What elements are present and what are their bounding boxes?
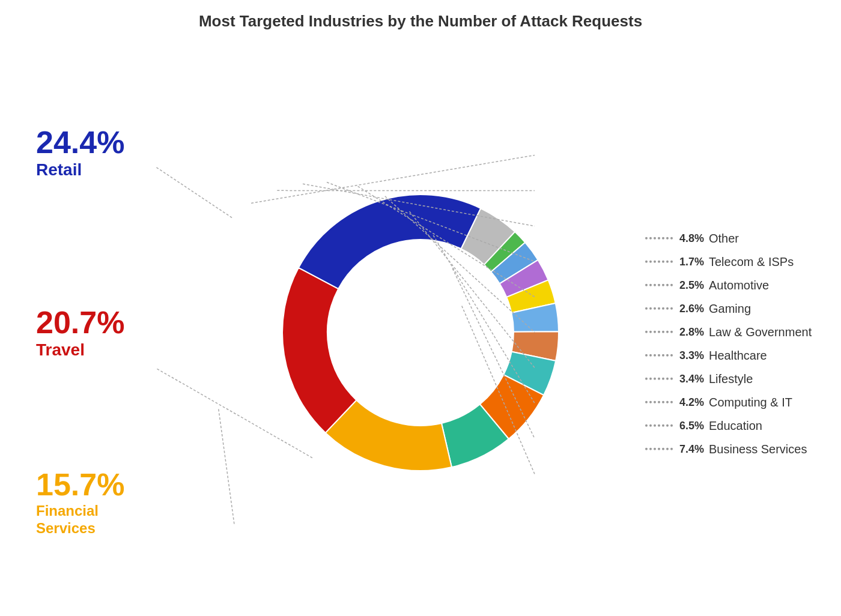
legend-item: 2.5%Automotive (645, 278, 829, 292)
legend-label: Computing & IT (709, 395, 829, 409)
legend-item: 7.4%Business Services (645, 442, 829, 456)
financial-label: 15.7% FinancialServices (36, 469, 124, 537)
legend-pct: 2.8% (678, 325, 704, 338)
legend-label: Education (709, 418, 829, 432)
donut-chart (234, 146, 607, 519)
legend-label: Automotive (709, 278, 829, 292)
legend-item: 2.6%Gaming (645, 301, 829, 315)
retail-label: 24.4% Retail (36, 127, 124, 180)
chart-container: Most Targeted Industries by the Number o… (0, 0, 841, 616)
travel-label: 20.7% Travel (36, 307, 124, 360)
retail-name: Retail (36, 160, 124, 180)
travel-pct: 20.7% (36, 307, 124, 338)
legend-pct: 1.7% (678, 255, 704, 268)
legend-item: 4.8%Other (645, 231, 829, 245)
legend-pct: 4.8% (678, 232, 704, 244)
legend-label: Lifestyle (709, 372, 829, 385)
legend-item: 1.7%Telecom & ISPs (645, 255, 829, 268)
legend-item: 2.8%Law & Government (645, 325, 829, 339)
travel-name: Travel (36, 340, 124, 360)
legend-item: 3.4%Lifestyle (645, 372, 829, 385)
legend-label: Healthcare (709, 348, 829, 362)
retail-pct: 24.4% (36, 127, 124, 158)
legend-pct: 3.3% (678, 349, 704, 361)
legend-label: Other (709, 231, 829, 245)
legend-label: Gaming (709, 301, 829, 315)
chart-body: 24.4% Retail 20.7% Travel 15.7% Financia… (0, 49, 841, 616)
legend-pct: 6.5% (678, 419, 704, 432)
chart-title: Most Targeted Industries by the Number o… (199, 12, 642, 31)
svg-line-11 (156, 168, 232, 218)
legend-label: Law & Government (709, 325, 829, 339)
legend-pct: 2.6% (678, 302, 704, 315)
legend-label: Telecom & ISPs (709, 255, 829, 268)
legend-item: 6.5%Education (645, 418, 829, 432)
legend-pct: 7.4% (678, 442, 704, 455)
legend-label: Business Services (709, 442, 829, 456)
legend-item: 3.3%Healthcare (645, 348, 829, 362)
financial-pct: 15.7% (36, 469, 124, 500)
legend: 4.8%Other1.7%Telecom & ISPs2.5%Automotiv… (645, 231, 829, 456)
svg-line-13 (219, 409, 234, 524)
svg-point-0 (327, 240, 514, 426)
legend-pct: 4.2% (678, 396, 704, 408)
legend-pct: 3.4% (678, 372, 704, 385)
legend-pct: 2.5% (678, 279, 704, 291)
legend-item: 4.2%Computing & IT (645, 395, 829, 409)
financial-name: FinancialServices (36, 503, 124, 537)
